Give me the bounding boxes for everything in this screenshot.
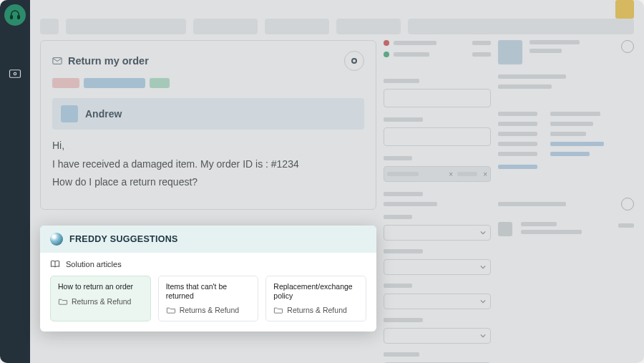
property-select[interactable] (384, 225, 491, 241)
settings-icon[interactable] (621, 40, 634, 53)
svg-rect-2 (10, 70, 21, 78)
svg-point-3 (14, 72, 16, 74)
book-icon (50, 260, 60, 268)
nav-item-4[interactable] (6, 122, 24, 140)
message-body: Hi, I have received a damaged item. My o… (52, 138, 364, 190)
property-select[interactable] (384, 294, 491, 309)
freddy-title: FREDDY SUGGESTIONS (69, 234, 178, 244)
suggestion-category: Returns & Refund (72, 297, 131, 306)
suggestion-category: Returns & Refund (180, 306, 239, 314)
tab-placeholder[interactable] (66, 19, 186, 34)
suggestion-category: Returns & Refund (287, 306, 346, 314)
tabs-bar (40, 19, 634, 34)
ticket-action-button[interactable] (344, 51, 364, 71)
folder-icon (166, 306, 176, 314)
tab-placeholder[interactable] (408, 19, 634, 34)
status-chip (150, 78, 170, 88)
settings-icon[interactable] (621, 198, 634, 210)
suggestion-title: Replacement/exchange policy (273, 282, 358, 300)
suggestion-card[interactable]: How to return an order Returns & Refund (50, 276, 151, 321)
nav-item-6[interactable] (6, 196, 24, 215)
suggestion-card[interactable]: Replacement/exchange policy Returns & Re… (265, 276, 366, 321)
suggestion-title: Items that can't be returned (166, 282, 251, 300)
nav-item-7[interactable] (6, 242, 24, 261)
suggestion-card[interactable]: Items that can't be returned Returns & R… (158, 276, 259, 321)
sender-avatar (61, 105, 78, 122)
svg-rect-1 (18, 16, 20, 19)
status-chip (52, 78, 79, 88)
freddy-suggestions-panel: FREDDY SUGGESTIONS Solution articles How… (40, 226, 376, 331)
envelope-icon (52, 57, 62, 65)
tab-placeholder[interactable] (265, 19, 329, 34)
status-dot-green (384, 52, 389, 57)
freddy-avatar-icon (50, 233, 63, 246)
svg-rect-0 (11, 16, 13, 19)
status-dot-red (384, 40, 389, 46)
property-select[interactable] (384, 328, 491, 344)
property-input[interactable] (384, 89, 491, 107)
nav-item-5[interactable] (6, 168, 24, 186)
tab-placeholder[interactable] (336, 19, 401, 34)
sender-name: Andrew (85, 108, 122, 120)
context-column (498, 40, 634, 363)
nav-item-1[interactable] (6, 36, 24, 54)
mini-avatar (498, 222, 512, 236)
status-chip (84, 78, 145, 88)
folder-icon (273, 306, 283, 314)
properties-column: ×× (384, 40, 491, 363)
property-select[interactable] (384, 259, 491, 275)
solution-articles-label: Solution articles (66, 260, 122, 268)
top-bar (30, 0, 644, 19)
ticket-subject: Return my order (68, 55, 149, 67)
nav-item-tickets-icon[interactable] (6, 64, 24, 83)
contact-avatar[interactable] (498, 40, 522, 64)
svg-rect-4 (53, 58, 62, 64)
tab-placeholder[interactable] (40, 19, 59, 34)
tab-placeholder[interactable] (193, 19, 258, 34)
folder-icon (58, 297, 68, 306)
left-nav-sidebar (0, 0, 30, 363)
top-right-action[interactable] (615, 0, 634, 19)
suggestion-title: How to return an order (58, 282, 143, 291)
message-block: Andrew (52, 98, 364, 130)
property-tags[interactable]: ×× (384, 166, 491, 182)
nav-item-3[interactable] (6, 93, 24, 112)
app-logo-icon[interactable] (4, 4, 26, 26)
ticket-card: Return my order Andrew (40, 40, 376, 210)
property-input[interactable] (384, 127, 491, 146)
